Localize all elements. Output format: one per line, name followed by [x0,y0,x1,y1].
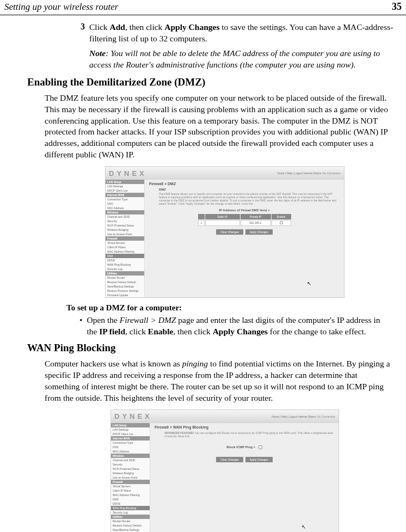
content-area: 3 Click Add, then click Apply Changes to… [0,15,406,532]
sidebar-item[interactable]: MAC Address [111,449,150,454]
header-title: Setting up your wireless router [4,2,118,13]
sidebar-item[interactable]: DNS [111,445,150,449]
router-logo: DYNEX [109,169,147,178]
apply-changes-button[interactable]: Apply Changes [245,457,273,462]
cursor-icon: ↖ [307,280,311,286]
sidebar-item[interactable]: Restart Router [111,519,150,523]
dmz-sub-heading: To set up a DMZ for a computer: [66,303,397,313]
step-text: Click Add, then click Apply Changes to s… [89,22,397,45]
page-header: Setting up your wireless router 35 [0,0,406,15]
sidebar-item[interactable]: MAC Address Filtering [106,249,144,254]
sidebar-item[interactable]: WAN Ping Blocking [106,262,144,267]
sidebar-item[interactable]: MAC Address Filtering [111,493,150,497]
bullet-text: Open the Firewall > DMZ page and enter t… [87,315,392,338]
sidebar-item[interactable]: WAN Ping Blocking [111,506,150,510]
sidebar-item[interactable]: Firmware Update [106,293,144,297]
sidebar-item[interactable]: LAN Settings [111,427,150,432]
sidebar-item[interactable]: Virtual Servers [111,484,150,488]
step-3: 3 Click Add, then click Apply Changes to… [77,22,397,45]
static-ip-field[interactable] [205,220,240,226]
sidebar-item[interactable]: Use as Access Point [106,232,144,236]
sidebar-item[interactable]: Wi-Fi Protected Setup [106,223,144,228]
table-header: Static IP Private IP Enable [149,214,340,219]
sidebar-item[interactable]: Virtual Servers [106,241,144,245]
sidebar-section-header: Firewall [111,480,150,484]
field-label: Block ICMP Ping > [155,445,334,449]
note-block: Note: You will not be able to delete the… [89,48,397,71]
router-sidebar: LAN SetupLAN SettingsDHCP Client ListInt… [106,180,145,297]
main-desc: ADVANCED FEATURE! You can configure the … [164,431,334,438]
sidebar-item[interactable]: Use as Access Point [111,475,150,480]
apply-changes-button[interactable]: Apply Changes [245,229,273,235]
sidebar-item[interactable]: Client IP Filters [111,488,150,493]
sidebar-item[interactable]: DDNS [111,502,150,506]
sidebar-item[interactable]: Connection Type [111,441,150,445]
dmz-paragraph: The DMZ feature lets you specify one com… [45,93,392,161]
router-logo: DYNEX [114,412,152,420]
sidebar-item[interactable]: Wireless Bridging [106,228,144,232]
sidebar-item[interactable]: DNS [106,201,144,206]
router-ui-dmz: DYNEX Home | Help | Logout Internet Stat… [105,166,345,298]
sidebar-section-header: Wireless [111,454,150,458]
main-title: Firewall > DMZ [149,182,340,186]
sidebar-item[interactable]: MAC Address [106,206,144,210]
sidebar-item[interactable]: Save/Backup Settings [111,528,150,532]
sidebar-item[interactable]: DMZ [106,254,144,258]
sidebar-item[interactable]: DHCP Client List [111,432,150,436]
sidebar-item[interactable]: Restore Previous Settings [106,289,144,293]
sidebar-item[interactable]: Restart Router [106,276,144,280]
sidebar-section-header: Utilities [111,515,150,519]
sidebar-item[interactable]: Wireless Bridging [111,471,150,475]
block-icmp-checkbox[interactable] [259,445,262,449]
router-body: LAN SetupLAN SettingsDHCP Client ListInt… [111,423,339,532]
router-header: DYNEX Home | Help | Logout Internet Stat… [111,410,339,423]
sidebar-section-header: LAN Setup [111,423,150,427]
private-ip-field[interactable]: 192.168.2. [241,220,271,226]
cursor-icon: ↖ [302,524,306,530]
sidebar-item[interactable]: DHCP Client List [106,188,144,193]
router-header: DYNEX Home | Help | Logout Internet Stat… [106,167,344,180]
router-buttons: Clear Changes Apply Changes [155,457,334,462]
sidebar-item[interactable]: Security Log [111,510,150,515]
sidebar-item[interactable]: Security [111,462,150,467]
sidebar-item[interactable]: Wi-Fi Protected Setup [111,467,150,471]
field-label: IP Address of Virtual DMZ Host > [149,209,340,212]
sidebar-item[interactable]: LAN Settings [106,184,144,188]
bullet-dot: • [79,315,82,338]
dmz-heading: Enabling the Demilitarized Zone (DMZ) [27,76,397,88]
sidebar-item[interactable]: Security Log [106,267,144,271]
sidebar-item[interactable]: Channel and SSID [106,215,144,219]
sidebar-item[interactable]: DDNS [106,258,144,262]
sidebar-section-header: Internet WAN [106,193,144,197]
main-desc: The DMZ feature allows you to specify on… [159,192,340,205]
sidebar-item[interactable]: Client IP Filters [106,245,144,249]
router-sidebar: LAN SetupLAN SettingsDHCP Client ListInt… [111,423,150,532]
enable-checkbox[interactable] [272,220,291,226]
clear-changes-button[interactable]: Clear Changes [216,229,243,235]
sidebar-item[interactable]: Channel and SSID [111,458,150,462]
router-body: LAN SetupLAN SettingsDHCP Client ListInt… [106,180,344,297]
table-row: 1. 192.168.2. [149,220,340,226]
sidebar-section-header: Firewall [106,236,144,241]
router-top-links: Home | Help | Logout Internet Status: No… [272,415,335,418]
step-number: 3 [77,22,85,45]
sidebar-item[interactable]: Restore Factory Default [106,280,144,284]
router-main: Firewall > WAN Ping Blocking ADVANCED FE… [150,423,339,532]
sidebar-item[interactable]: Security [106,219,144,223]
router-buttons: Clear Changes Apply Changes [149,229,340,235]
sidebar-section-header: Utilities [106,271,144,276]
page-number: 35 [392,1,402,13]
sidebar-item[interactable]: Connection Type [106,197,144,201]
wanping-heading: WAN Ping Blocking [27,342,397,354]
dmz-bullet: • Open the Firewall > DMZ page and enter… [79,315,392,338]
router-ui-wanping: DYNEX Home | Help | Logout Internet Stat… [110,409,339,532]
dmz-screenshot: DYNEX Home | Help | Logout Internet Stat… [52,166,397,298]
main-title: Firewall > WAN Ping Blocking [155,425,334,429]
main-subtitle: DMZ [159,188,340,191]
sidebar-item[interactable]: DMZ [111,497,150,502]
router-top-links: Home | Help | Logout Internet Status: No… [277,172,341,175]
sidebar-item[interactable]: Save/Backup Settings [106,284,144,289]
clear-changes-button[interactable]: Clear Changes [216,457,243,462]
wanping-screenshot: DYNEX Home | Help | Logout Internet Stat… [52,409,397,532]
sidebar-item[interactable]: Restore Factory Default [111,523,150,528]
